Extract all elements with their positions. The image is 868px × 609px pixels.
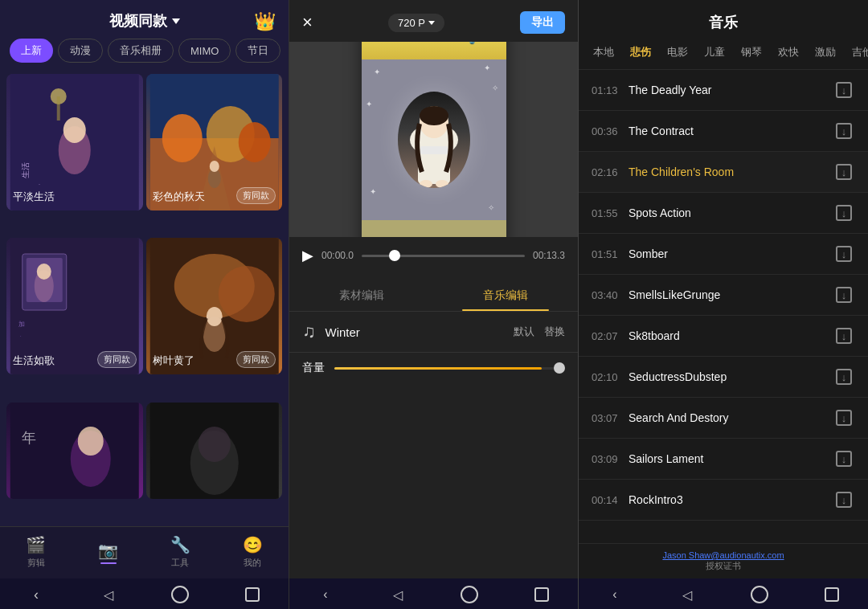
p2-sys-home[interactable] (458, 583, 481, 606)
download-btn-9[interactable] (833, 448, 855, 470)
panel2-sys-bar: ‹ ◁ (289, 578, 578, 609)
crown-icon[interactable]: 👑 (254, 11, 276, 32)
volume-thumb[interactable] (554, 362, 565, 374)
template-pingdan-label: 平淡生活 (13, 190, 55, 204)
music-row-7[interactable]: 02:10SeductressDubstep (579, 357, 868, 398)
music-row-8[interactable]: 03:07Search And Destory (579, 398, 868, 439)
music-default-btn[interactable]: 默认 (514, 325, 534, 339)
chevron-down-icon[interactable] (172, 18, 180, 24)
music-replace-btn[interactable]: 替换 (544, 325, 565, 339)
music-row-1[interactable]: 00:36The Contract (579, 111, 868, 152)
download-btn-1[interactable] (833, 120, 855, 142)
sys-chevron-btn[interactable]: ‹ (25, 583, 47, 606)
music-row-10[interactable]: 00:14RockIntro3 (579, 480, 868, 521)
cat-电影[interactable]: 电影 (659, 42, 696, 63)
song-name-0: The Deadly Year (628, 84, 833, 96)
p3-sys-square[interactable] (821, 583, 843, 606)
tab-动漫[interactable]: 动漫 (58, 39, 103, 63)
panel-1-video-templates: 视频同款 👑 上新 动漫 音乐相册 MIMO 节日 生活 · (0, 0, 289, 609)
sparkle-6: ✧ (488, 203, 494, 212)
song-time-8: 03:07 (592, 412, 622, 424)
download-btn-2[interactable] (833, 161, 855, 183)
template-bottom1[interactable]: 年 (6, 403, 143, 499)
nav-photo[interactable]: 📷 (98, 541, 118, 564)
volume-bar[interactable] (334, 367, 565, 370)
template-shenghuo[interactable]: 加 · 生活如歌 剪同款 (6, 238, 143, 374)
footer-credit-link[interactable]: Jason Shaw@audionautix.com (592, 550, 855, 560)
music-row-9[interactable]: 03:09Sailors Lament (579, 439, 868, 480)
cat-吉他[interactable]: 吉他 (844, 42, 868, 63)
export-button[interactable]: 导出 (520, 11, 565, 34)
nav-剪辑[interactable]: 🎬 剪辑 (26, 535, 46, 569)
panel-2-editor: × 720 P 导出 CATS 💡 ✦ ✦ ✧ ✦ ✦ ✧ (289, 0, 579, 609)
p2-sys-chevron[interactable]: ‹ (314, 583, 337, 606)
p2-sys-back[interactable]: ◁ (387, 583, 409, 606)
tab-音乐相册[interactable]: 音乐相册 (108, 39, 174, 63)
quality-selector[interactable]: 720 P (388, 14, 444, 32)
tab-节日[interactable]: 节日 (235, 39, 280, 63)
svg-point-29 (78, 427, 104, 456)
timeline-bar[interactable] (362, 255, 525, 257)
download-btn-3[interactable] (833, 202, 855, 224)
song-time-5: 03:40 (592, 289, 622, 301)
template-caise[interactable]: 彩色的秋天 剪同款 (146, 74, 283, 210)
song-time-9: 03:09 (592, 453, 622, 465)
music-row-0[interactable]: 01:13The Deadly Year (579, 70, 868, 111)
template-caise-badge[interactable]: 剪同款 (236, 187, 276, 204)
song-time-6: 02:07 (592, 330, 622, 342)
download-btn-6[interactable] (833, 325, 855, 347)
sys-back-btn[interactable]: ◁ (97, 583, 120, 606)
template-pingdan[interactable]: 生活 · 平淡生活 (6, 74, 143, 210)
svg-text:年: 年 (22, 430, 36, 446)
cat-悲伤[interactable]: 悲伤 (622, 42, 659, 63)
p3-sys-home[interactable] (748, 583, 771, 606)
sys-square-btn[interactable] (241, 583, 264, 606)
cat-钢琴[interactable]: 钢琴 (733, 42, 770, 63)
tab-上新[interactable]: 上新 (10, 39, 53, 63)
song-time-0: 01:13 (592, 84, 622, 96)
p3-back-icon: ◁ (682, 587, 692, 603)
timeline-thumb[interactable] (389, 250, 400, 261)
song-name-9: Sailors Lament (628, 452, 833, 465)
timeline-controls: ▶ 00:00.0 00:13.3 (302, 247, 565, 264)
p3-sys-back[interactable]: ◁ (676, 583, 698, 606)
music-row-2[interactable]: 02:16The Children's Room (579, 152, 868, 193)
play-button[interactable]: ▶ (302, 247, 313, 264)
template-shuyehuang[interactable]: 树叶黄了 剪同款 (146, 238, 283, 374)
music-name: Winter (326, 325, 505, 339)
download-btn-10[interactable] (833, 488, 855, 511)
music-row-3[interactable]: 01:55Spots Action (579, 193, 868, 234)
p2-square-icon (534, 587, 549, 602)
sys-home-btn[interactable] (169, 583, 191, 606)
template-shuyehuang-badge[interactable]: 剪同款 (236, 351, 276, 368)
download-btn-7[interactable] (833, 366, 855, 388)
download-btn-8[interactable] (833, 407, 855, 429)
music-row-6[interactable]: 02:07Sk8tboard (579, 316, 868, 357)
download-btn-0[interactable] (833, 79, 855, 101)
p2-sys-square[interactable] (530, 583, 553, 606)
nav-我的[interactable]: 😊 我的 (243, 535, 263, 569)
music-row-4[interactable]: 01:51Somber (579, 234, 868, 275)
download-btn-5[interactable] (833, 284, 855, 306)
song-name-10: RockIntro3 (628, 493, 833, 506)
tab-音乐编辑[interactable]: 音乐编辑 (434, 280, 579, 311)
panel3-sys-bar: ‹ ◁ (579, 578, 868, 609)
template-bottom2[interactable] (146, 403, 283, 499)
download-btn-4[interactable] (833, 243, 855, 265)
download-icon-1 (836, 123, 852, 139)
cat-儿童[interactable]: 儿童 (696, 42, 733, 63)
panel2-header: × 720 P 导出 (289, 0, 578, 42)
cat-本地[interactable]: 本地 (585, 42, 622, 63)
template-shenghuo-badge[interactable]: 剪同款 (97, 351, 137, 368)
tab-MIMO[interactable]: MIMO (178, 39, 231, 63)
cat-激励[interactable]: 激励 (807, 42, 844, 63)
close-button[interactable]: × (302, 12, 313, 33)
p3-sys-chevron[interactable]: ‹ (604, 583, 626, 606)
download-icon-4 (836, 246, 852, 262)
music-row-5[interactable]: 03:40SmellsLikeGrunge (579, 275, 868, 316)
nav-工具[interactable]: 🔧 工具 (170, 535, 190, 569)
cat-欢快[interactable]: 欢快 (770, 42, 807, 63)
tab-素材编辑[interactable]: 素材编辑 (289, 280, 434, 311)
video-frame: CATS 💡 ✦ ✦ ✧ ✦ ✦ ✧ (362, 42, 506, 237)
quality-chevron-icon (428, 21, 435, 25)
